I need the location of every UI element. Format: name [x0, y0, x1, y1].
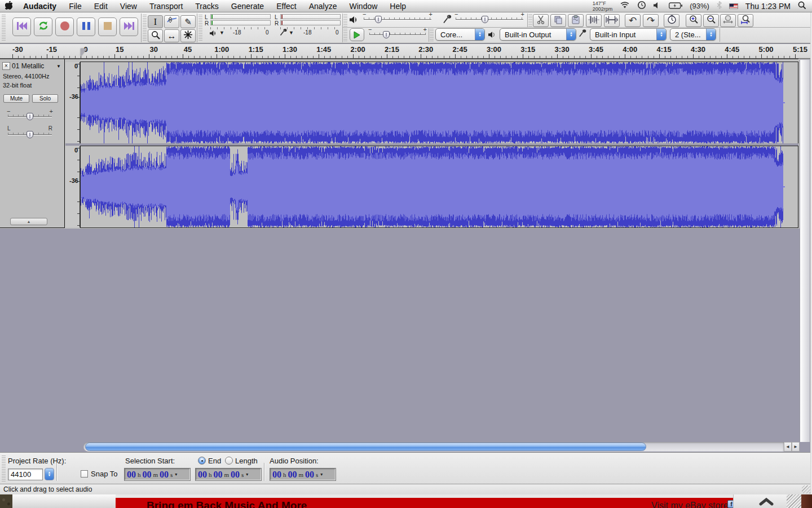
envelope-tool-button[interactable]	[164, 15, 179, 28]
menu-bar-clock[interactable]: Thu 1:23 PM	[745, 2, 791, 11]
trim-outside-selection-button[interactable]	[586, 14, 602, 27]
track-title[interactable]: 01 Metallic	[12, 62, 44, 70]
device-toolbar-grip[interactable]	[430, 29, 434, 41]
end-radio[interactable]	[198, 457, 206, 465]
zoom-out-button[interactable]	[703, 14, 719, 27]
input-volume-slider[interactable]: −+	[456, 14, 523, 24]
wifi-icon[interactable]	[620, 2, 630, 11]
seconds-value[interactable]: 00	[159, 470, 169, 480]
time-field-caret-icon[interactable]: ▾	[246, 472, 248, 477]
menu-view[interactable]: View	[114, 0, 143, 12]
bluetooth-icon[interactable]	[717, 1, 722, 11]
spotlight-icon[interactable]	[798, 1, 806, 11]
pause-button[interactable]	[77, 17, 95, 36]
scroll-to-top-chevron-icon[interactable]	[759, 497, 775, 506]
track-pan-slider[interactable]: LR	[8, 129, 52, 139]
output-volume-slider[interactable]: −+	[364, 14, 431, 24]
waveform-left-channel[interactable]	[80, 62, 798, 144]
menu-analyze[interactable]: Analyze	[303, 0, 343, 12]
menu-tracks[interactable]: Tracks	[189, 0, 224, 12]
length-radio[interactable]	[225, 457, 233, 465]
scroll-right-button[interactable]: ►	[792, 442, 800, 452]
skip-to-start-button[interactable]	[12, 17, 31, 36]
copy-button[interactable]	[550, 14, 566, 27]
horizontal-scrollbar-track[interactable]	[83, 442, 784, 452]
minutes-value[interactable]: 00	[288, 470, 298, 480]
sync-lock-button[interactable]	[664, 14, 679, 27]
apple-menu-icon[interactable]	[0, 1, 17, 11]
input-device-select[interactable]: Built-in Input ▲▼	[590, 28, 667, 41]
menu-audacity[interactable]: Audacity	[17, 0, 63, 12]
battery-icon[interactable]	[669, 2, 682, 11]
selection-tool-button[interactable]: I	[148, 15, 163, 28]
zoom-in-button[interactable]	[686, 14, 701, 27]
istat-temps[interactable]: 147°F 2002rpm	[593, 1, 613, 12]
tools-toolbar-grip[interactable]	[143, 15, 147, 41]
hours-value[interactable]: 00	[272, 470, 282, 480]
input-channels-select[interactable]: 2 (Ste... ▲▼	[670, 28, 716, 41]
minutes-value[interactable]: 00	[213, 470, 223, 480]
draw-tool-button[interactable]: ✎	[180, 15, 196, 28]
waveform-right-channel[interactable]	[80, 146, 798, 228]
menu-transport[interactable]: Transport	[143, 0, 189, 12]
track-collapse-button[interactable]: ▲	[10, 218, 47, 225]
output-device-select[interactable]: Built-in Output ▲▼	[500, 28, 576, 41]
menu-help[interactable]: Help	[383, 0, 412, 12]
play-speed-slider[interactable]: −+	[369, 29, 426, 40]
vertical-scrollbar[interactable]	[800, 59, 810, 443]
timeshift-tool-button[interactable]: ↔	[164, 29, 179, 42]
fit-selection-button[interactable]	[720, 14, 736, 27]
horizontal-scrollbar-thumb[interactable]	[85, 443, 646, 451]
mixer-toolbar-grip[interactable]	[343, 14, 347, 27]
minutes-value[interactable]: 00	[142, 470, 152, 480]
time-field-caret-icon[interactable]: ▾	[175, 472, 177, 477]
seconds-value[interactable]: 00	[230, 470, 240, 480]
time-machine-icon[interactable]	[637, 1, 646, 11]
cut-button[interactable]	[533, 14, 549, 27]
hours-value[interactable]: 00	[197, 470, 208, 480]
project-rate-input[interactable]: 44100	[8, 468, 43, 480]
menu-file[interactable]: File	[63, 0, 88, 12]
project-rate-stepper[interactable]: ▲▼	[45, 468, 54, 480]
silence-selection-button[interactable]	[604, 14, 620, 27]
zoom-tool-button[interactable]	[148, 29, 163, 42]
playback-meter-dropdown[interactable]: ▼	[219, 30, 224, 36]
paste-button[interactable]	[568, 14, 584, 27]
selection-end-time-field[interactable]: 00h00m00s▾	[195, 468, 262, 481]
edit-toolbar-grip[interactable]	[528, 14, 532, 27]
seconds-value[interactable]: 00	[304, 470, 315, 480]
selection-start-time-field[interactable]: 00h00m00s▾	[124, 468, 191, 481]
scroll-left-button[interactable]: ◄	[784, 442, 792, 452]
undo-button[interactable]: ↶	[625, 14, 641, 27]
selection-toolbar-grip[interactable]	[2, 456, 6, 481]
skip-to-end-button[interactable]	[120, 17, 138, 36]
recording-meter-dropdown[interactable]: ▼	[289, 30, 294, 36]
meter-toolbar-grip[interactable]	[198, 15, 202, 41]
record-button[interactable]	[55, 17, 74, 36]
solo-button[interactable]: Solo	[32, 94, 58, 103]
fit-project-button[interactable]	[738, 14, 753, 27]
window-resize-grip[interactable]	[802, 485, 811, 493]
timeline-ruler[interactable]: -30-1501530451:001:151:301:452:002:152:3…	[0, 44, 812, 59]
audio-position-time-field[interactable]: 00h00m00s▾	[270, 468, 336, 481]
input-language-flag-icon[interactable]	[729, 3, 738, 9]
redo-button[interactable]: ↷	[643, 14, 659, 27]
play-at-speed-button[interactable]	[350, 28, 364, 41]
track-gain-slider[interactable]: −+	[8, 111, 52, 121]
menu-edit[interactable]: Edit	[88, 0, 114, 12]
transcription-toolbar-grip[interactable]	[343, 29, 347, 41]
transport-toolbar-grip[interactable]	[2, 15, 6, 41]
time-field-caret-icon[interactable]: ▾	[320, 472, 323, 477]
track-close-button[interactable]: ×	[2, 62, 10, 70]
menu-generate[interactable]: Generate	[225, 0, 270, 12]
menu-effect[interactable]: Effect	[270, 0, 303, 12]
multi-tool-button[interactable]	[180, 29, 196, 42]
volume-icon[interactable]	[654, 2, 661, 11]
audio-host-select[interactable]: Core... ▲▼	[435, 28, 485, 41]
snap-to-checkbox[interactable]	[81, 470, 88, 478]
track-menu-caret-icon[interactable]: ▼	[56, 64, 61, 69]
hours-value[interactable]: 00	[126, 470, 136, 480]
ebay-store-link[interactable]: Visit my eBay store	[651, 501, 729, 508]
mute-button[interactable]: Mute	[3, 94, 29, 103]
stop-button[interactable]	[98, 17, 117, 36]
